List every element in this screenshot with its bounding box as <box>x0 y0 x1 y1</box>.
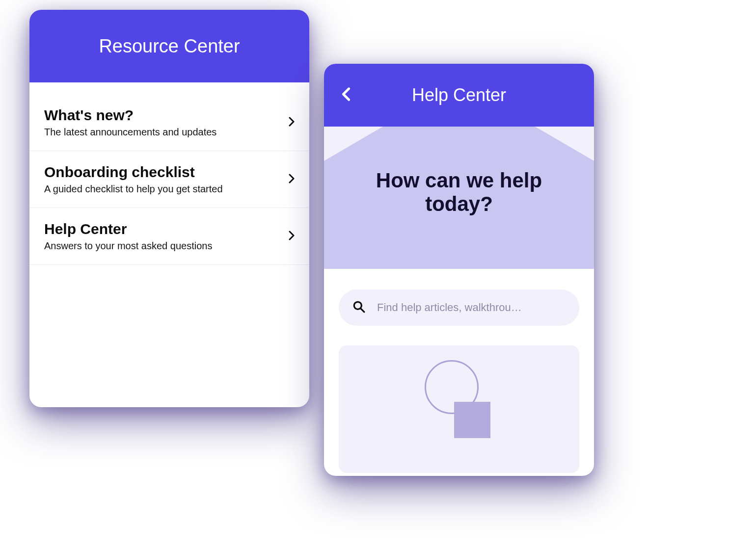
help-center-title: Help Center <box>412 85 506 105</box>
svg-line-1 <box>361 309 364 312</box>
svg-point-0 <box>354 302 361 309</box>
resource-center-list: What's new? The latest announcements and… <box>29 82 309 265</box>
resource-item-text: Onboarding checklist A guided checklist … <box>44 164 289 195</box>
resource-item-onboarding[interactable]: Onboarding checklist A guided checklist … <box>29 151 309 208</box>
resource-item-subtitle: The latest announcements and updates <box>44 127 289 138</box>
chevron-right-icon <box>289 117 295 129</box>
help-search[interactable] <box>339 289 579 326</box>
chevron-right-icon <box>289 231 295 242</box>
help-search-input[interactable] <box>377 301 566 314</box>
resource-item-text: Help Center Answers to your most asked q… <box>44 221 289 252</box>
hero-decoration <box>535 127 594 161</box>
resource-item-subtitle: Answers to your most asked questions <box>44 240 289 252</box>
resource-item-help-center[interactable]: Help Center Answers to your most asked q… <box>29 208 309 265</box>
placeholder-square <box>454 402 490 438</box>
chevron-right-icon <box>289 174 295 185</box>
resource-item-whats-new[interactable]: What's new? The latest announcements and… <box>29 94 309 151</box>
help-center-header: Help Center <box>324 64 594 127</box>
search-icon <box>352 300 365 315</box>
resource-center-header: Resource Center <box>29 10 309 82</box>
back-button[interactable] <box>342 85 351 105</box>
resource-item-title: Onboarding checklist <box>44 164 289 181</box>
help-article-card[interactable] <box>339 345 579 473</box>
help-hero-heading: How can we help today? <box>324 169 594 216</box>
chevron-left-icon <box>342 85 351 105</box>
resource-center-title: Resource Center <box>99 36 240 57</box>
resource-item-title: Help Center <box>44 221 289 237</box>
help-hero: How can we help today? <box>324 127 594 269</box>
help-search-wrap <box>324 269 594 340</box>
resource-item-title: What's new? <box>44 107 289 124</box>
resource-center-card: Resource Center What's new? The latest a… <box>29 10 309 407</box>
help-center-card: Help Center How can we help today? <box>324 64 594 476</box>
hero-decoration <box>324 127 383 161</box>
placeholder-image-icon <box>420 360 498 439</box>
resource-item-subtitle: A guided checklist to help you get start… <box>44 183 289 195</box>
resource-item-text: What's new? The latest announcements and… <box>44 107 289 138</box>
